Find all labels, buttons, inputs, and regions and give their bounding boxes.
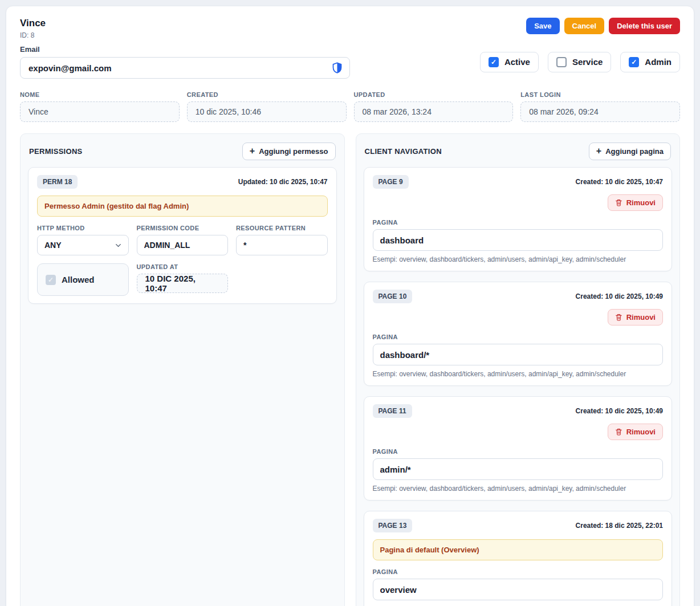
updated-at-value: 10 DIC 2025, 10:47: [137, 274, 229, 293]
page-card-top: PAGE 13 Created: 18 dic 2025, 22:01: [373, 519, 664, 532]
page-title: Vince: [20, 18, 46, 29]
title-block: Vince ID: 8: [20, 18, 46, 39]
http-method-field: HTTP METHOD ANY: [37, 225, 129, 255]
email-field[interactable]: [20, 57, 350, 79]
client-navigation-header: CLIENT NAVIGATION + Aggiungi pagina: [365, 143, 671, 160]
flag-label: Admin: [645, 57, 671, 67]
email-field-container: [20, 57, 350, 79]
meta-field: CREATED 10 dic 2025, 10:46: [187, 91, 347, 122]
resource-pattern-field: RESOURCE PATTERN: [236, 225, 328, 255]
checkbox-icon[interactable]: ✓: [489, 57, 499, 67]
permission-code-input[interactable]: [137, 235, 229, 255]
meta-field-value: Vince: [20, 101, 180, 122]
permission-code-field: PERMISSION CODE: [137, 225, 229, 255]
add-permission-label: Aggiungi permesso: [259, 147, 328, 156]
add-permission-button[interactable]: + Aggiungi permesso: [242, 143, 336, 160]
http-method-select[interactable]: ANY: [37, 235, 129, 255]
page-badge: PAGE 11: [373, 404, 412, 418]
remove-page-button[interactable]: Rimuovi: [608, 194, 663, 211]
page-default-note: Pagina di default (Overview): [373, 539, 664, 560]
remove-row: Rimuovi: [373, 194, 664, 211]
add-page-label: Aggiungi pagina: [605, 147, 664, 156]
http-method-value: ANY: [44, 241, 62, 250]
toolbar: Save Cancel Delete this user: [526, 18, 680, 34]
resource-pattern-input[interactable]: [236, 235, 328, 255]
checkbox-icon[interactable]: ✓: [556, 57, 567, 67]
page-card: PAGE 13 Created: 18 dic 2025, 22:01 Pagi…: [364, 511, 673, 606]
save-button[interactable]: Save: [526, 18, 559, 34]
permission-meta-row: ✓ Allowed UPDATED AT 10 DIC 2025, 10:47: [37, 263, 328, 296]
client-navigation-panel: CLIENT NAVIGATION + Aggiungi pagina PAGE…: [356, 133, 681, 606]
updated-at-field: UPDATED AT 10 DIC 2025, 10:47: [137, 263, 229, 296]
http-method-label: HTTP METHOD: [37, 225, 129, 231]
page-card: PAGE 10 Created: 10 dic 2025, 10:49: [364, 282, 673, 386]
meta-field: NOME Vince: [20, 91, 180, 122]
permission-updated-timestamp: Updated: 10 dic 2025, 10:47: [238, 178, 328, 186]
permission-fields-row: HTTP METHOD ANY PERMISSION CODE: [37, 225, 328, 255]
page-card: PAGE 11 Created: 10 dic 2025, 10:49: [364, 396, 673, 501]
meta-field-value: 08 mar 2026, 13:24: [354, 101, 514, 122]
pagina-input[interactable]: [373, 344, 664, 365]
meta-field-label: UPDATED: [354, 91, 514, 98]
page-card: PAGE 9 Created: 10 dic 2025, 10:47 R: [364, 167, 673, 271]
flag-checkbox-chip[interactable]: ✓ Service: [548, 52, 611, 72]
pagina-input[interactable]: [373, 458, 664, 480]
meta-fields-row: NOME Vince CREATED 10 dic 2025, 10:46 UP…: [20, 91, 680, 122]
permissions-header: PERMISSIONS + Aggiungi permesso: [29, 143, 336, 160]
page-card-top: PAGE 10 Created: 10 dic 2025, 10:49: [373, 290, 664, 303]
meta-field-label: LAST LOGIN: [520, 91, 680, 98]
permission-admin-note: Permesso Admin (gestito dal flag Admin): [37, 196, 328, 217]
page-card-top: PAGE 11 Created: 10 dic 2025, 10:49: [373, 404, 664, 418]
shield-icon: [331, 62, 343, 75]
email-row: Email ✓ Active ✓: [20, 45, 680, 79]
checkbox-icon[interactable]: ✓: [629, 57, 639, 67]
updated-at-label: UPDATED AT: [137, 263, 229, 270]
email-label: Email: [20, 45, 350, 54]
add-page-button[interactable]: + Aggiungi pagina: [589, 143, 671, 160]
pages-list: PAGE 9 Created: 10 dic 2025, 10:47 R: [364, 167, 673, 606]
plus-icon: +: [596, 147, 601, 155]
allowed-label: Allowed: [62, 275, 95, 284]
remove-page-label: Rimuovi: [626, 198, 656, 207]
permissions-panel: PERMISSIONS + Aggiungi permesso PERM 18 …: [20, 133, 345, 606]
resource-pattern-label: RESOURCE PATTERN: [236, 225, 328, 231]
pagina-hint: Esempi: overview, dashboard/tickers, adm…: [373, 255, 664, 263]
cancel-button[interactable]: Cancel: [564, 18, 605, 34]
page-created-timestamp: Created: 10 dic 2025, 10:47: [576, 178, 663, 186]
trash-icon: [615, 199, 622, 206]
delete-user-button[interactable]: Delete this user: [609, 18, 680, 34]
remove-page-button[interactable]: Rimuovi: [608, 424, 663, 440]
flag-checkbox-chip[interactable]: ✓ Active: [480, 52, 539, 72]
page-created-timestamp: Created: 18 dic 2025, 22:01: [576, 522, 663, 530]
flag-label: Active: [504, 57, 530, 67]
remove-row: Rimuovi: [373, 309, 664, 326]
page-card-top: PAGE 9 Created: 10 dic 2025, 10:47: [373, 175, 664, 189]
page-badge: PAGE 10: [373, 290, 413, 303]
meta-field-label: CREATED: [187, 91, 347, 98]
header-row: Vince ID: 8 Save Cancel Delete this user: [20, 18, 680, 39]
remove-row: Rimuovi: [373, 424, 664, 440]
permission-badge: PERM 18: [37, 175, 78, 189]
remove-page-button[interactable]: Rimuovi: [608, 309, 663, 326]
chevron-down-icon: [114, 241, 123, 250]
flag-checkbox-chip[interactable]: ✓ Admin: [620, 52, 680, 72]
pagina-input[interactable]: [373, 229, 664, 251]
pagina-label: PAGINA: [373, 219, 664, 226]
page-created-timestamp: Created: 10 dic 2025, 10:49: [576, 407, 663, 415]
pagina-label: PAGINA: [373, 333, 664, 340]
pagina-input[interactable]: [373, 579, 664, 600]
pagina-hint: Esempi: overview, dashboard/tickers, adm…: [373, 370, 664, 378]
pagina-hint: Esempi: overview, dashboard/tickers, adm…: [373, 485, 664, 493]
meta-field-label: NOME: [20, 91, 180, 98]
meta-field-value: 08 mar 2026, 09:24: [520, 101, 680, 122]
pagina-label: PAGINA: [373, 448, 664, 455]
client-navigation-title: CLIENT NAVIGATION: [365, 147, 442, 156]
panels-row: PERMISSIONS + Aggiungi permesso PERM 18 …: [20, 133, 680, 606]
permission-card-top: PERM 18 Updated: 10 dic 2025, 10:47: [37, 175, 328, 189]
remove-page-label: Rimuovi: [626, 313, 656, 322]
allowed-checkbox: ✓: [46, 275, 56, 285]
pagina-label: PAGINA: [373, 568, 664, 575]
meta-field-value: 10 dic 2025, 10:46: [187, 101, 347, 122]
permissions-title: PERMISSIONS: [29, 147, 83, 156]
flag-label: Service: [572, 57, 603, 67]
